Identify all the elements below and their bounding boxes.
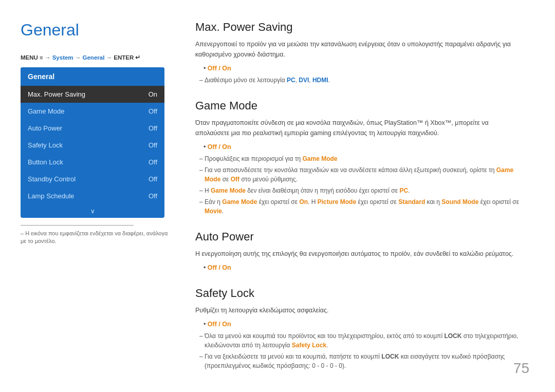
menu-item-safety-lock[interactable]: Safety Lock Off: [21, 137, 164, 154]
menu-item-button-lock[interactable]: Button Lock Off: [21, 154, 164, 171]
menu-chevron-down[interactable]: ∨: [21, 204, 164, 218]
note-game-mode-1: Προφυλάξεις και περιορισμοί για τη Game …: [202, 154, 524, 163]
section-title-auto-power: Auto Power: [195, 230, 524, 244]
menu-item-standby-control[interactable]: Standby Control Off: [21, 171, 164, 188]
general-label: General: [83, 54, 105, 61]
menu-item-label: Auto Power: [28, 124, 62, 132]
off-label: Off: [231, 176, 239, 183]
enter-icon: ↵: [135, 54, 140, 61]
section-desc-safety-lock: Ρυθμίζει τη λειτουργία κλειδώματος ασφαλ…: [195, 305, 524, 315]
bullet-game-mode: Off / On: [203, 142, 524, 152]
standard-label: Standard: [398, 198, 425, 206]
game-mode-label-1: Game Mode: [303, 155, 338, 162]
bullet-max-power-saving: Off / On: [203, 64, 524, 73]
game-mode-label-3: Game Mode: [211, 187, 246, 194]
note-safety-lock-2: Για να ξεκλειδώσετε τα μενού και τα κουμ…: [202, 352, 524, 370]
section-game-mode: Game Mode Όταν πραγματοποιείτε σύνδεση σ…: [195, 99, 524, 216]
section-auto-power: Auto Power Η ενεργοποίηση αυτής της επιλ…: [195, 230, 524, 273]
menu-path: MENU ≡ → System → General → ENTER ↵: [21, 54, 175, 61]
menu-item-auto-power[interactable]: Auto Power Off: [21, 120, 164, 137]
bullet-auto-power: Off / On: [203, 263, 524, 273]
menu-item-label: Standby Control: [28, 175, 76, 183]
section-safety-lock: Safety Lock Ρυθμίζει τη λειτουργία κλειδ…: [195, 287, 524, 370]
menu-item-lamp-schedule[interactable]: Lamp Schedule Off: [21, 188, 164, 204]
system-label: System: [52, 54, 73, 61]
section-title-safety-lock: Safety Lock: [195, 287, 524, 300]
menu-item-value: Off: [149, 158, 157, 166]
menu-item-label: Safety Lock: [28, 141, 63, 149]
menu-item-value: On: [149, 90, 157, 98]
off-on-safety-lock: Off / On: [208, 321, 231, 328]
pc-label-2: PC: [399, 187, 408, 194]
off-on-auto-power: Off / On: [208, 264, 231, 271]
game-mode-label-4: Game Mode: [222, 198, 257, 206]
right-panel: Max. Power Saving Απενεργοποιεί το προϊό…: [195, 21, 529, 371]
note-game-mode-3: Η Game Mode δεν είναι διαθέσιμη όταν η π…: [202, 186, 524, 195]
footnote-divider: [21, 225, 134, 226]
menu-item-value: Off: [149, 124, 157, 132]
menu-item-value: Off: [149, 141, 157, 149]
menu-label: MENU: [21, 54, 38, 61]
sound-mode-label: Sound Mode: [441, 198, 478, 206]
menu-item-label: Max. Power Saving: [28, 90, 85, 98]
arrow1: →: [45, 54, 52, 61]
menu-item-label: Game Mode: [28, 107, 65, 115]
section-title-max-power-saving: Max. Power Saving: [195, 21, 524, 34]
menu-icon: ≡: [40, 54, 45, 61]
menu-box: General Max. Power Saving On Game Mode O…: [21, 67, 164, 218]
arrow3: →: [106, 54, 114, 61]
dvi-label: DVI: [299, 77, 309, 84]
lock-label: LOCK: [444, 332, 461, 340]
menu-item-value: Off: [149, 192, 157, 200]
picture-mode-label: Picture Mode: [318, 198, 356, 206]
arrow2: →: [75, 54, 83, 61]
menu-item-label: Button Lock: [28, 158, 63, 166]
bullet-safety-lock: Off / On: [203, 320, 524, 329]
movie-label: Movie: [205, 208, 222, 215]
game-mode-label-2: Game Mode: [205, 166, 513, 183]
note-safety-lock-1: Όλα τα μενού και κουμπιά του προϊόντος κ…: [202, 331, 524, 350]
off-on-max-power-saving: Off / On: [208, 65, 231, 72]
menu-item-game-mode[interactable]: Game Mode Off: [21, 103, 164, 120]
footnote: – Η εικόνα που εμφανίζεται ενδέχεται να …: [21, 230, 175, 246]
note-game-mode-4: Εάν η Game Mode έχει οριστεί σε On. Η Pi…: [202, 197, 524, 216]
menu-item-max-power-saving[interactable]: Max. Power Saving On: [21, 86, 164, 103]
menu-item-label: Lamp Schedule: [28, 192, 74, 200]
off-on-game-mode: Off / On: [208, 143, 231, 151]
page-title: General: [21, 21, 175, 40]
page-number: 75: [513, 360, 529, 377]
hdmi-label: HDMI: [312, 77, 328, 84]
lock-label-2: LOCK: [381, 353, 399, 360]
menu-item-value: Off: [149, 175, 157, 183]
menu-box-header: General: [21, 67, 164, 86]
note-game-mode-2: Για να αποσυνδέσετε την κονσόλα παιχνιδι…: [202, 165, 524, 184]
enter-label: ENTER: [114, 54, 134, 61]
note-max-power-saving: Διαθέσιμο μόνο σε λειτουργία PC, DVI, HD…: [202, 76, 524, 85]
section-desc-max-power-saving: Απενεργοποιεί το προϊόν για να μειώσει τ…: [195, 39, 524, 60]
section-desc-game-mode: Όταν πραγματοποιείτε σύνδεση σε μια κονσ…: [195, 118, 524, 138]
safety-lock-label: Safety Lock: [292, 342, 326, 349]
on-label: On: [299, 198, 308, 206]
menu-item-value: Off: [149, 107, 157, 115]
section-desc-auto-power: Η ενεργοποίηση αυτής της επιλογής θα ενε…: [195, 249, 524, 259]
pc-label: PC: [287, 77, 295, 84]
section-title-game-mode: Game Mode: [195, 99, 524, 113]
left-panel: General MENU ≡ → System → General → ENTE…: [21, 21, 175, 371]
section-max-power-saving: Max. Power Saving Απενεργοποιεί το προϊό…: [195, 21, 524, 85]
